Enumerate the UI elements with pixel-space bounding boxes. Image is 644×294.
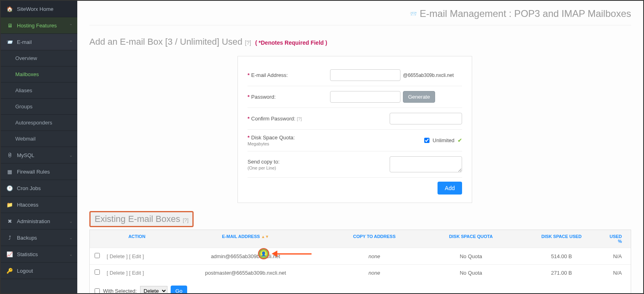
- sidebar-item-admin[interactable]: ✖ Administration ⌄: [1, 213, 77, 230]
- mail-icon: 📨: [410, 10, 417, 17]
- row-checkbox[interactable]: [95, 253, 100, 258]
- help-link[interactable]: [?]: [245, 39, 251, 46]
- chevron-down-icon: ⌄: [69, 236, 72, 240]
- page-title-text: E-mail Management : POP3 and IMAP Mailbo…: [420, 8, 631, 19]
- home-icon: 🏠: [6, 6, 13, 12]
- row-checkbox[interactable]: [95, 269, 100, 275]
- go-button[interactable]: Go: [171, 286, 187, 293]
- cell-used: 514.00 B: [517, 253, 606, 259]
- sidebar-label: Logout: [17, 268, 33, 274]
- sidebar-label: Administration: [17, 218, 50, 224]
- with-selected-label: With Selected:: [103, 288, 137, 293]
- sidebar-item-logout[interactable]: 🔑 Logout: [1, 263, 77, 279]
- cell-quota: No Quota: [425, 270, 517, 276]
- sidebar-label: Cron Jobs: [17, 185, 41, 191]
- page-title: 📨 E-mail Management : POP3 and IMAP Mail…: [89, 1, 631, 25]
- sidebar-label: Htaccess: [17, 202, 38, 208]
- copy-textarea[interactable]: [390, 156, 462, 172]
- check-icon: ✔: [458, 137, 462, 143]
- firewall-icon: ▦: [6, 168, 13, 175]
- annotation-arrow: [272, 251, 312, 257]
- annotation-circle: 👤: [258, 248, 269, 259]
- unlimited-checkbox[interactable]: [424, 138, 429, 143]
- email-input[interactable]: [330, 69, 400, 81]
- password-label: Password:: [251, 94, 276, 100]
- domain-suffix: @6655ab309b.nxcli.net: [403, 72, 454, 78]
- sidebar-item-backups[interactable]: ⤴ Backups ⌄: [1, 230, 77, 246]
- sidebar-label: Statistics: [17, 251, 38, 257]
- col-email[interactable]: E-MAIL ADDRESS ▲▼: [167, 234, 324, 244]
- add-button[interactable]: Add: [438, 182, 462, 195]
- existing-boxes-title: Existing E-mail Boxes [?]: [89, 211, 194, 227]
- logout-icon: 🔑: [6, 267, 13, 274]
- quota-sublabel: Megabytes: [248, 141, 330, 146]
- sidebar-label: E-mail: [17, 39, 32, 45]
- sidebar-sub-aliases[interactable]: Aliases: [1, 83, 77, 99]
- chevron-up-icon: ⌃: [69, 23, 72, 28]
- edit-link[interactable]: [ Edit ]: [129, 270, 144, 276]
- copy-sublabel: (One per Line): [248, 166, 330, 170]
- sidebar-item-home[interactable]: 🏠 SiteWorx Home: [1, 1, 77, 17]
- sidebar-label: Hosting Features: [17, 23, 57, 29]
- cell-pct: N/A: [606, 253, 626, 259]
- sidebar-item-cron[interactable]: 🕐 Cron Jobs: [1, 180, 77, 197]
- sidebar-item-stats[interactable]: 📈 Statistics ⌄: [1, 246, 77, 263]
- chart-icon: 📈: [6, 251, 13, 257]
- delete-link[interactable]: [ Delete ]: [107, 270, 128, 276]
- mail-icon: 📨: [6, 39, 13, 45]
- confirm-input[interactable]: [390, 113, 462, 124]
- col-action[interactable]: ACTION: [107, 234, 167, 244]
- sort-icon: ▲▼: [261, 234, 269, 239]
- help-icon[interactable]: [?]: [297, 116, 302, 121]
- add-box-title: Add an E-mail Box [3 / Unlimited] Used […: [89, 37, 251, 47]
- sidebar-label: Backups: [17, 235, 37, 241]
- table-footer: With Selected: Delete Go: [90, 281, 631, 293]
- sidebar-item-mysql[interactable]: 🛢 MySQL ⌄: [1, 147, 77, 164]
- sidebar-item-hosting[interactable]: 🖥 Hosting Features ⌃: [1, 17, 77, 34]
- chevron-down-icon: ⌄: [69, 252, 72, 257]
- cell-quota: No Quota: [425, 253, 517, 259]
- tools-icon: ✖: [6, 218, 13, 224]
- generate-button[interactable]: Generate: [403, 91, 435, 103]
- password-input[interactable]: [330, 91, 400, 103]
- col-pct[interactable]: USED %: [606, 234, 626, 244]
- col-quota[interactable]: DISK SPACE QUOTA: [425, 234, 517, 244]
- sidebar-sub-groups[interactable]: Groups: [1, 99, 77, 115]
- cell-email: postmaster@6655ab309b.nxcli.net: [167, 270, 324, 276]
- cell-pct: N/A: [606, 270, 626, 276]
- sidebar-label: SiteWorx Home: [17, 6, 54, 12]
- sidebar-sub-overview[interactable]: Overview: [1, 50, 77, 66]
- chevron-up-icon: ⌃: [69, 40, 72, 44]
- sidebar-label: Firewall Rules: [17, 169, 50, 175]
- backup-icon: ⤴: [6, 234, 13, 241]
- database-icon: 🛢: [6, 152, 13, 158]
- delete-link[interactable]: [ Delete ]: [107, 253, 128, 259]
- cell-copy: none: [324, 270, 425, 276]
- col-copy[interactable]: COPY TO ADDRESS: [324, 234, 425, 244]
- help-link[interactable]: [?]: [183, 217, 188, 223]
- col-used[interactable]: DISK SPACE USED: [517, 234, 606, 244]
- edit-link[interactable]: [ Edit ]: [129, 253, 144, 259]
- quota-label: Disk Space Quota:: [251, 135, 295, 141]
- confirm-label: Confirm Password:: [251, 116, 295, 122]
- unlimited-label: Unlimited: [433, 137, 454, 143]
- sidebar-item-htaccess[interactable]: 📁 Htaccess: [1, 197, 77, 213]
- sidebar-item-firewall[interactable]: ▦ Firewall Rules: [1, 164, 77, 180]
- table-row: [ Delete ] [ Edit ] admin@6655ab309b.nxc…: [90, 248, 631, 264]
- mailbox-table: ACTION E-MAIL ADDRESS ▲▼ COPY TO ADDRESS…: [89, 230, 631, 293]
- copy-label: Send copy to:: [248, 159, 280, 165]
- table-row: [ Delete ] [ Edit ] postmaster@6655ab309…: [90, 264, 631, 281]
- sidebar-sub-autoresponders[interactable]: Autoresponders: [1, 115, 77, 131]
- bulk-action-select[interactable]: Delete: [140, 286, 167, 293]
- folder-icon: 📁: [6, 201, 13, 208]
- chevron-down-icon: ⌄: [69, 219, 72, 224]
- select-all-checkbox[interactable]: [95, 288, 100, 293]
- required-note: ( *Denotes Required Field ): [255, 39, 327, 46]
- sidebar-sub-mailboxes[interactable]: Mailboxes: [1, 66, 77, 83]
- clock-icon: 🕐: [6, 185, 13, 191]
- sidebar-item-email[interactable]: 📨 E-mail ⌃: [1, 34, 77, 50]
- cell-copy: none: [324, 253, 425, 259]
- sidebar-sub-webmail[interactable]: Webmail: [1, 131, 77, 147]
- sidebar-label: MySQL: [17, 152, 34, 158]
- add-email-form: *E-mail Address: @6655ab309b.nxcli.net *…: [237, 56, 472, 203]
